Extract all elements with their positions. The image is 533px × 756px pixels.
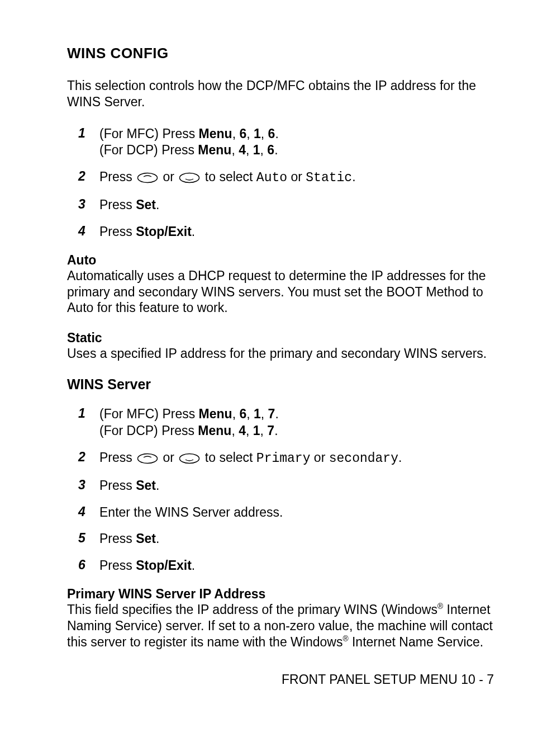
step-item: 4 Press Stop/Exit. xyxy=(67,224,494,240)
step-text: Press Set. xyxy=(99,531,494,547)
step-number: 3 xyxy=(67,478,99,493)
desc-primary-wins: This field specifies the IP address of t… xyxy=(67,602,494,650)
desc-auto: Automatically uses a DHCP request to det… xyxy=(67,268,494,316)
step-item: 3 Press Set. xyxy=(67,197,494,214)
step-item: 6 Press Stop/Exit. xyxy=(67,557,494,574)
step-text: (For MFC) Press Menu, 6, 1, 7.(For DCP) … xyxy=(99,406,494,440)
subhead-static: Static xyxy=(67,330,494,346)
step-number: 2 xyxy=(67,169,99,184)
heading-wins-server: WINS Server xyxy=(67,376,494,393)
step-item: 2 Press or to select Primary or secondar… xyxy=(67,450,494,467)
steps-list-2: 1 (For MFC) Press Menu, 6, 1, 7.(For DCP… xyxy=(67,406,494,574)
oval-button-icon xyxy=(179,453,200,464)
step-number: 4 xyxy=(67,504,99,519)
step-text: Press Stop/Exit. xyxy=(99,557,494,574)
step-number: 2 xyxy=(67,450,99,465)
step-text: Press Set. xyxy=(99,478,494,494)
step-item: 1 (For MFC) Press Menu, 6, 1, 6.(For DCP… xyxy=(67,126,494,159)
svg-point-1 xyxy=(180,173,199,183)
step-number: 6 xyxy=(67,557,99,573)
intro-paragraph: This selection controls how the DCP/MFC … xyxy=(67,78,494,110)
step-number: 5 xyxy=(67,531,99,546)
step-item: 2 Press or to select Auto or Static. xyxy=(67,169,494,187)
svg-point-0 xyxy=(138,173,158,183)
step-item: 4 Enter the WINS Server address. xyxy=(67,504,494,521)
step-text: (For MFC) Press Menu, 6, 1, 6.(For DCP) … xyxy=(99,126,494,159)
document-page: WINS CONFIG This selection controls how … xyxy=(0,0,533,721)
steps-list-1: 1 (For MFC) Press Menu, 6, 1, 6.(For DCP… xyxy=(67,126,494,240)
step-number: 3 xyxy=(67,197,99,212)
oval-button-icon xyxy=(179,172,200,183)
step-text: Press or to select Primary or secondary. xyxy=(99,450,494,467)
step-text: Press or to select Auto or Static. xyxy=(99,169,494,187)
svg-point-3 xyxy=(180,453,199,463)
step-item: 5 Press Set. xyxy=(67,531,494,547)
heading-wins-config: WINS CONFIG xyxy=(67,45,494,62)
step-item: 1 (For MFC) Press Menu, 6, 1, 7.(For DCP… xyxy=(67,406,494,440)
oval-button-icon xyxy=(137,172,158,183)
svg-point-2 xyxy=(138,453,158,463)
step-number: 4 xyxy=(67,224,99,239)
step-item: 3 Press Set. xyxy=(67,478,494,494)
subhead-auto: Auto xyxy=(67,253,494,268)
desc-static: Uses a specified IP address for the prim… xyxy=(67,346,494,362)
step-number: 1 xyxy=(67,406,99,421)
oval-button-icon xyxy=(137,453,158,464)
page-footer: FRONT PANEL SETUP MENU 10 - 7 xyxy=(67,672,494,687)
step-text: Enter the WINS Server address. xyxy=(99,504,494,521)
step-text: Press Set. xyxy=(99,197,494,214)
subhead-primary-wins: Primary WINS Server IP Address xyxy=(67,587,494,602)
step-text: Press Stop/Exit. xyxy=(99,224,494,240)
step-number: 1 xyxy=(67,126,99,141)
